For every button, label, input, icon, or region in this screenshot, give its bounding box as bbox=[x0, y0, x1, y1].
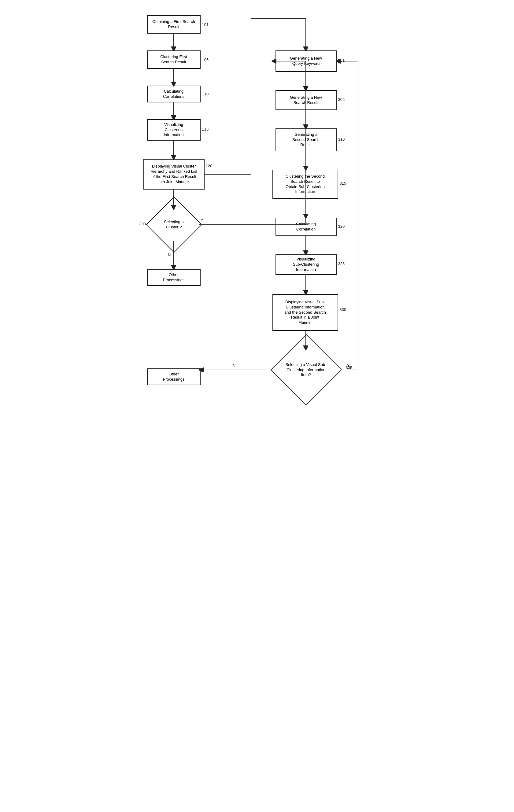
ref-101: 101 bbox=[202, 22, 209, 27]
ref-305: 305 bbox=[338, 97, 345, 102]
box-325: VisualizingSub-ClusteringInformation bbox=[276, 254, 337, 275]
ref-315: 315 bbox=[340, 181, 346, 185]
box-other1: OtherProcessings bbox=[147, 269, 201, 286]
box-120: Displaying Visual ClusterHierarchy and R… bbox=[143, 159, 205, 190]
ref-115: 115 bbox=[202, 127, 209, 132]
diamond-300: Selecting aCluster ? bbox=[143, 209, 205, 240]
ref-310: 310 bbox=[338, 137, 345, 142]
ref-335: 335 bbox=[346, 365, 352, 370]
flowchart: Obtaining a First Search Result 101 Clus… bbox=[138, 9, 376, 401]
label-n2: N bbox=[233, 363, 235, 368]
box-330: Displaying Visual Sub-Clustering Informa… bbox=[273, 294, 338, 331]
box-305: Generating a NewSearch Result bbox=[276, 90, 337, 110]
box-315: Clustering the SecondSearch Result toObt… bbox=[273, 170, 338, 199]
ref-301: 301 bbox=[338, 58, 345, 63]
box-320: CalculatingCorrelation bbox=[276, 218, 337, 236]
box-other2: OtherProcessings bbox=[147, 368, 201, 385]
box-310: Generating aSecond SearchResult bbox=[276, 128, 337, 151]
ref-120: 120 bbox=[206, 164, 212, 168]
diamond-335: Selecting a Visual Sub-Clustering Inform… bbox=[266, 350, 346, 390]
box-110: CalculatingCorrelations bbox=[147, 86, 201, 103]
ref-105: 105 bbox=[202, 57, 209, 62]
box-105: Clustering FirstSearch Result bbox=[147, 51, 201, 69]
ref-325: 325 bbox=[338, 261, 345, 266]
ref-110: 110 bbox=[202, 92, 209, 96]
ref-330: 330 bbox=[340, 307, 346, 312]
box-115: VisualizingClusteringInformation bbox=[147, 119, 201, 141]
ref-320: 320 bbox=[338, 224, 345, 229]
box-301: Generating a NewQuery Keyword bbox=[276, 51, 337, 72]
label-n1: N bbox=[168, 253, 171, 257]
box-101: Obtaining a First Search Result bbox=[147, 15, 201, 34]
ref-300: 300 bbox=[139, 222, 146, 226]
